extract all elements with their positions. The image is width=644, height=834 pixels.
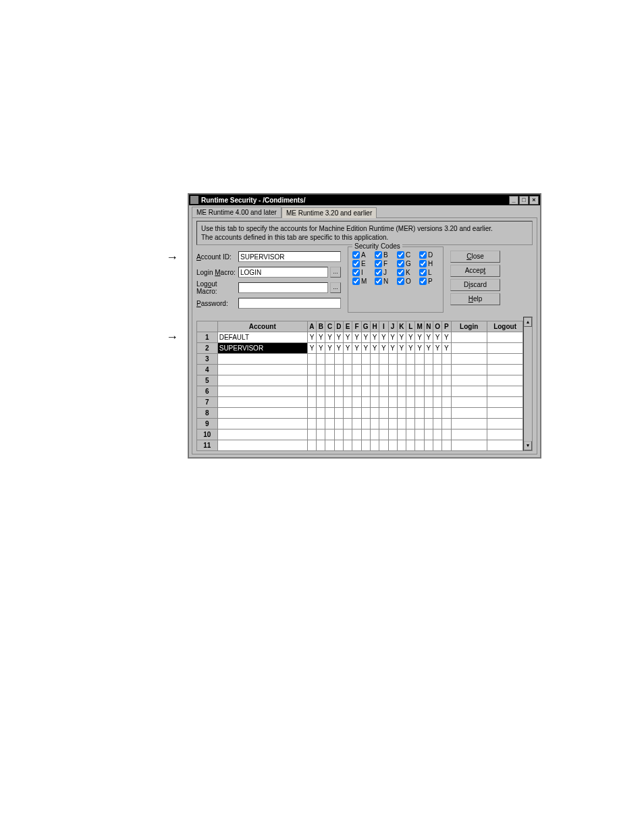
scroll-down-button[interactable]: ▾ [524,441,532,450]
code-cell[interactable] [352,365,361,375]
logout-cell[interactable] [487,343,523,354]
code-i[interactable]: I [352,269,372,276]
row-number[interactable]: 8 [197,408,218,419]
code-l[interactable]: L [419,269,439,276]
code-cell[interactable] [388,440,397,451]
row-number[interactable]: 1 [197,332,218,343]
code-cell[interactable] [307,408,316,419]
code-cell[interactable] [424,365,433,375]
login-macro-browse-button[interactable]: ... [330,267,341,278]
account-id-input[interactable] [238,251,341,262]
code-cell[interactable] [379,365,388,375]
row-number[interactable]: 9 [197,419,218,429]
table-row[interactable]: 11 [197,440,523,451]
code-cell[interactable]: Y [379,343,388,354]
code-cell[interactable] [379,375,388,386]
tab-me-runtime-400[interactable]: ME Runtime 4.00 and later [192,207,281,217]
table-row[interactable]: 7 [197,397,523,408]
table-row[interactable]: 10 [197,429,523,440]
code-cell[interactable] [397,419,406,429]
logout-macro-browse-button[interactable]: ... [330,282,341,293]
table-row[interactable]: 8 [197,408,523,419]
account-cell[interactable] [217,440,307,451]
code-cell[interactable] [397,429,406,440]
login-cell[interactable] [451,343,487,354]
code-cell[interactable] [344,397,352,408]
code-cell[interactable] [424,397,433,408]
logout-cell[interactable] [487,419,523,429]
code-cell[interactable] [361,419,370,429]
code-cell[interactable] [397,397,406,408]
login-cell[interactable] [451,354,487,365]
code-cell[interactable] [379,440,388,451]
code-cell[interactable] [361,408,370,419]
code-cell[interactable] [415,365,424,375]
row-number[interactable]: 5 [197,375,218,386]
code-cell[interactable] [397,365,406,375]
login-cell[interactable] [451,332,487,343]
close-window-button[interactable]: × [529,196,539,205]
code-cell[interactable]: Y [442,332,451,343]
code-cell[interactable] [415,408,424,419]
code-cell[interactable] [397,386,406,397]
grid-header-m[interactable]: M [415,321,424,332]
code-cell[interactable] [317,386,325,397]
code-cell[interactable] [424,440,433,451]
code-cell[interactable] [442,397,451,408]
code-cell[interactable] [344,375,352,386]
login-cell[interactable] [451,375,487,386]
code-cell[interactable] [424,375,433,386]
code-cell[interactable] [334,408,343,419]
code-cell[interactable] [352,397,361,408]
code-cell[interactable]: Y [415,332,424,343]
code-cell[interactable] [379,429,388,440]
code-cell[interactable] [325,354,334,365]
code-cell[interactable] [433,419,441,429]
code-cell[interactable] [433,429,441,440]
code-cell[interactable] [325,365,334,375]
code-cell[interactable] [388,397,397,408]
code-cell[interactable] [352,375,361,386]
grid-header-c[interactable]: C [325,321,334,332]
code-cell[interactable] [334,386,343,397]
code-cell[interactable] [317,429,325,440]
code-cell[interactable] [397,375,406,386]
code-cell[interactable] [325,375,334,386]
account-cell[interactable] [217,354,307,365]
code-cell[interactable] [406,408,415,419]
code-cell[interactable] [344,429,352,440]
code-cell[interactable] [352,354,361,365]
code-cell[interactable] [415,440,424,451]
code-cell[interactable] [307,365,316,375]
code-cell[interactable] [352,419,361,429]
code-cell[interactable] [344,365,352,375]
grid-header-o[interactable]: O [433,321,441,332]
code-cell[interactable] [344,419,352,429]
table-row[interactable]: 6 [197,386,523,397]
code-cell[interactable] [406,397,415,408]
code-cell[interactable] [424,354,433,365]
maximize-button[interactable]: □ [519,196,529,205]
account-cell[interactable] [217,429,307,440]
account-cell[interactable]: SUPERVISOR [217,343,307,354]
code-cell[interactable] [388,429,397,440]
code-cell[interactable] [361,397,370,408]
code-cell[interactable] [307,354,316,365]
grid-header-i[interactable]: I [379,321,388,332]
code-cell[interactable] [361,354,370,365]
code-cell[interactable] [433,386,441,397]
code-cell[interactable] [370,440,379,451]
table-row[interactable]: 3 [197,354,523,365]
code-cell[interactable] [317,375,325,386]
tab-me-runtime-320[interactable]: ME Runtime 3.20 and earlier [281,207,377,218]
code-f[interactable]: F [375,260,394,267]
table-row[interactable]: 9 [197,419,523,429]
code-cell[interactable] [406,440,415,451]
logout-macro-input[interactable] [238,282,328,293]
code-cell[interactable] [379,419,388,429]
code-cell[interactable] [442,365,451,375]
account-cell[interactable] [217,419,307,429]
help-button[interactable]: Help [450,293,500,305]
code-d[interactable]: D [419,251,439,259]
code-cell[interactable] [352,386,361,397]
